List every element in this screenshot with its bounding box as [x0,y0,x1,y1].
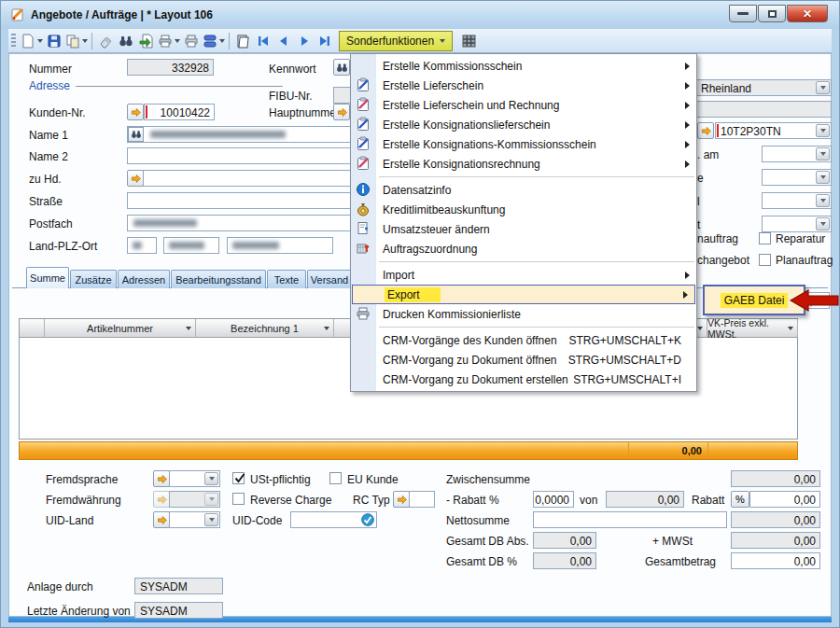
gesamtbetrag-field[interactable]: 0,00 [731,552,820,569]
tab-texte[interactable]: Texte [267,270,306,288]
rc-typ-field[interactable] [409,491,435,508]
combobox-3[interactable] [762,192,832,209]
maximize-button[interactable] [758,5,786,22]
combobox-2[interactable] [762,169,832,186]
sonderfunktionen-button[interactable]: Sonderfunktionen [339,31,453,51]
menu-item-drucken-kommissionierliste[interactable]: Drucken Kommissionierliste [351,304,696,324]
hauptnummer-arrow-button[interactable] [333,104,350,120]
tab-bearbeitungsstand[interactable]: Bearbeitungsstand [171,270,266,288]
uid-land-combobox[interactable] [169,511,220,528]
row-selector-header[interactable] [20,319,45,338]
menu-separator [379,261,694,262]
import-button[interactable] [136,31,157,51]
menu-item-erstelle-lieferschein[interactable]: Erstelle Lieferschein [351,76,696,95]
nav-next-button[interactable] [294,31,315,51]
menu-item-datensatzinfo[interactable]: Datensatzinfo [351,180,696,200]
rabatt-value-field[interactable]: 0,00 [749,491,820,508]
redacted-land [133,242,142,249]
plz-field[interactable] [163,237,219,254]
minimize-button[interactable] [729,5,757,22]
title-bar: Angebote / Aufträge | * Layout 106 ✕ [1,1,839,29]
zuhd-arrow-button[interactable] [127,170,144,187]
table-grid-button[interactable] [458,31,479,51]
reverse-charge-checkbox[interactable] [232,493,245,505]
ust-pflichtig-checkbox[interactable] [232,472,245,484]
menu-item-auftragszuordnung[interactable]: Auftragszuordnung [351,239,696,258]
menu-item-import[interactable]: Import [351,265,696,285]
print-preview-button[interactable] [181,31,202,51]
menu-separator [379,327,694,328]
nav-prev-button[interactable] [273,31,294,51]
uid-land-arrow-button[interactable] [153,511,170,528]
kunden-nr-arrow-button[interactable] [127,104,144,120]
reparatur-checkbox[interactable] [759,232,771,244]
letzte-aenderung-field: SYSADM [134,602,223,619]
ort-field[interactable] [227,237,333,254]
close-button[interactable]: ✕ [787,5,828,22]
von-label: von [580,494,597,507]
gesamt-db-pct-field: 0,00 [533,552,596,569]
tab-summe[interactable]: Summe [26,267,69,288]
column-header-bezeichnung1[interactable]: Bezeichnung 1 [196,319,334,338]
menu-item-crm-vorgang-erstellen[interactable]: CRM-Vorgang zu Dokument erstellenSTRG+UM… [351,370,696,389]
fremdwaehrung-arrow-button[interactable] [153,491,170,508]
nummer-field[interactable]: 332928 [127,59,214,76]
code-arrow-button[interactable] [697,122,714,139]
kennwort-label: Kennwort [269,63,316,76]
uid-code-verify-icon[interactable] [361,513,374,529]
menu-item-kreditlimitbeauskunftung[interactable]: Kreditlimitbeauskunftung [351,200,696,219]
code-combobox[interactable]: 10T2P30TN [715,122,832,139]
print-button[interactable] [157,31,181,51]
new-document-button[interactable] [20,31,44,51]
menu-item-crm-vorgang-oeffnen[interactable]: CRM-Vorgang zu Dokument öffnenSTRG+UMSCH… [351,350,696,370]
column-header-artikelnummer[interactable]: Artikelnummer [45,319,196,338]
rc-typ-arrow-button[interactable] [393,491,410,508]
menu-item-export[interactable]: Export [352,285,695,304]
sonderfunktionen-menu: Erstelle Kommissionsschein Erstelle Lief… [350,53,697,392]
submenu-item-gaeb-datei[interactable]: GAEB Datei [721,293,789,308]
gesamt-db-pct-label: Gesamt DB % [446,555,517,568]
fremdsprache-combobox[interactable] [169,470,220,487]
mwst-label: + MWSt [652,535,693,548]
fremdwaehrung-combobox[interactable] [169,491,220,508]
copy-button[interactable] [64,31,89,51]
clipboard-blue-icon [356,136,371,154]
land-field[interactable] [127,237,157,254]
rabatt-pct-field[interactable]: 0,0000 [533,491,574,508]
fremdsprache-arrow-button[interactable] [153,470,170,487]
rabatt-pct-button[interactable]: % [731,491,749,508]
uid-code-field[interactable] [290,511,377,528]
main-toolbar: Sonderfunktionen [8,29,832,53]
kunden-nr-field[interactable]: 10010422 [144,104,215,120]
menu-item-erstelle-konsignationslieferschein[interactable]: Erstelle Konsignationslieferschein [351,115,696,134]
eraser-button[interactable] [95,31,116,51]
mwst-field: 0,00 [731,532,820,549]
menu-item-crm-vorgaenge-kunden[interactable]: CRM-Vorgänge des Kunden öffnenSTRG+UMSCH… [351,330,696,350]
menu-item-erstelle-konsignationsrechnung[interactable]: Erstelle Konsignationsrechnung [351,154,696,174]
nettosumme-text-field[interactable] [533,511,727,528]
nav-first-button[interactable] [253,31,273,51]
date-combobox-1[interactable] [762,146,832,162]
name1-search-icon[interactable] [128,127,144,142]
search-binoculars-button[interactable] [116,31,136,51]
label-fragment-t: t [697,218,700,231]
tab-adressen[interactable]: Adressen [118,270,170,288]
kennwort-search-button[interactable] [333,59,350,76]
menu-item-erstelle-konsignations-kommissionsschein[interactable]: Erstelle Konsignations-Kommissionsschein [351,134,696,154]
column-header-vk-preis[interactable]: VK-Preis exkl. MWSt. [707,319,798,338]
paste-pages-button[interactable] [232,31,253,51]
nettosumme-value-field: 0,00 [731,511,820,528]
eu-kunde-checkbox[interactable] [329,472,342,484]
menu-item-erstelle-kommissionsschein[interactable]: Erstelle Kommissionsschein [351,56,696,76]
menu-item-erstelle-lieferschein-rechnung[interactable]: Erstelle Lieferschein und Rechnung [351,95,696,115]
planauftrag-checkbox[interactable] [759,254,771,266]
tab-zusaetze[interactable]: Zusätze [70,270,117,288]
nav-last-button[interactable] [315,31,335,51]
save-button[interactable] [44,31,64,51]
combobox-4[interactable] [762,216,832,232]
menu-item-umsatzsteuer-aendern[interactable]: Umsatzsteuer ändern [351,219,696,239]
tab-versand[interactable]: Versand [307,270,352,288]
toolbar-grip[interactable] [11,34,16,49]
layout-button[interactable] [202,31,226,51]
name1-label: Name 1 [29,129,68,142]
